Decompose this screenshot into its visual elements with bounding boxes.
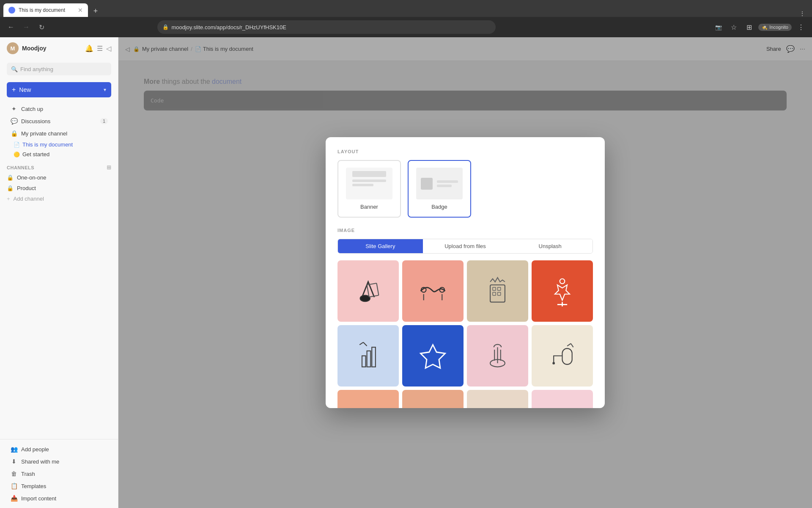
modal-overlay[interactable]: LAYOUT Banner (118, 37, 812, 508)
gallery-img-5 (350, 337, 387, 374)
get-started-icon: 🟡 (14, 152, 20, 157)
new-button-label: New (19, 86, 100, 93)
sidebar-trash-label: Trash (21, 471, 108, 477)
sidebar-templates-label: Templates (21, 483, 108, 489)
add-channel-icon[interactable]: ⊞ (107, 164, 112, 171)
sidebar-item-add-people[interactable]: 👥 Add people (3, 443, 115, 455)
split-view-icon[interactable]: ⊞ (743, 21, 755, 33)
tab-close-icon[interactable]: ✕ (78, 7, 83, 14)
gallery-item-12[interactable] (532, 390, 593, 408)
sidebar-catchup-label: Catch up (21, 106, 108, 112)
sidebar-item-private[interactable]: 🔒 My private channel (3, 127, 115, 139)
sidebar-doc-label-this: This is my document (22, 141, 73, 148)
gallery-item-3[interactable] (467, 260, 528, 322)
discussions-badge: 1 (100, 118, 108, 124)
sidebar-item-templates[interactable]: 📋 Templates (3, 480, 115, 492)
sidebar-collapse-icon[interactable]: ◁ (106, 44, 111, 52)
sidebar-item-import[interactable]: 📥 Import content (3, 492, 115, 504)
tab-bar: This is my document ✕ + ⋮ (0, 0, 812, 17)
sidebar-toggle-icon[interactable]: ☰ (97, 44, 103, 52)
doc-icon: 📄 (14, 142, 20, 148)
gallery-item-10[interactable] (402, 390, 464, 408)
new-button[interactable]: + New ▾ (7, 82, 111, 97)
catchup-icon: ✦ (10, 105, 18, 112)
gallery-item-9[interactable] (337, 390, 399, 408)
url-bar[interactable]: 🔒 moodjoy.slite.com/app/docs/r_DHzUYfHSK… (157, 20, 496, 34)
sidebar-doc-label-getstarted: Get started (22, 151, 49, 157)
badge-line-2 (437, 185, 452, 187)
slite-gallery-label: Slite Gallery (365, 243, 395, 249)
sidebar-item-catchup[interactable]: ✦ Catch up (3, 103, 115, 115)
discussions-icon: 💬 (10, 118, 18, 124)
forward-button[interactable]: → (20, 21, 32, 33)
layout-option-banner[interactable]: Banner (337, 160, 401, 218)
image-tabs: Slite Gallery Upload from files Unsplash (337, 239, 593, 254)
notifications-icon[interactable]: 🔔 (85, 44, 93, 52)
svg-point-15 (552, 362, 555, 364)
sidebar-doc-this-doc[interactable]: 📄 This is my document (0, 140, 118, 149)
sidebar: M Moodjoy 🔔 ☰ ◁ 🔍 Find anything + New ▾ … (0, 37, 118, 508)
star-icon[interactable]: ☆ (728, 21, 740, 33)
new-tab-button[interactable]: + (90, 5, 102, 17)
gallery-item-1[interactable] (337, 260, 399, 322)
active-tab[interactable]: This is my document ✕ (3, 3, 88, 17)
gallery-item-7[interactable] (467, 325, 528, 387)
svg-rect-6 (498, 287, 501, 290)
channels-title: Channels (7, 165, 34, 170)
sidebar-item-add-channel[interactable]: + Add channel (0, 193, 118, 204)
tab-bar-right: ⋮ (799, 10, 809, 17)
layout-option-badge[interactable]: Badge (408, 160, 471, 218)
gallery-img-10 (414, 402, 451, 408)
gallery-img-8 (544, 337, 581, 374)
sidebar-channel-one-on-one-label: One-on-one (17, 174, 46, 181)
tab-expand-icon[interactable]: ⋮ (799, 10, 805, 17)
sidebar-item-trash[interactable]: 🗑 Trash (3, 468, 115, 480)
url-text: moodjoy.slite.com/app/docs/r_DHzUYfHSK10… (171, 24, 491, 30)
tab-slite-gallery[interactable]: Slite Gallery (338, 239, 423, 253)
layout-options: Banner Badge (337, 160, 593, 218)
sidebar-doc-get-started[interactable]: 🟡 Get started (0, 149, 118, 159)
banner-text-line-2 (352, 184, 373, 186)
tab-title: This is my document (19, 7, 74, 13)
sidebar-import-label: Import content (21, 495, 108, 502)
browser-tab-bar: This is my document ✕ + ⋮ ← → ↻ 🔒 moodjo… (0, 0, 812, 37)
banner-text-lines (352, 179, 386, 186)
camera-icon[interactable]: 📷 (713, 21, 724, 33)
sidebar-bottom: 👥 Add people ⬇ Shared with me 🗑 Trash 📋 … (0, 439, 118, 508)
private-lock-icon: 🔒 (10, 130, 18, 137)
sidebar-channel-product-label: Product (17, 185, 36, 191)
gallery-img-7 (479, 337, 516, 374)
sidebar-discussions-label: Discussions (21, 118, 97, 124)
gallery-item-2[interactable] (402, 260, 464, 322)
incognito-badge: 🕵 Incognito (758, 24, 792, 31)
sidebar-item-one-on-one[interactable]: 🔒 One-on-one (0, 172, 118, 183)
sidebar-item-product[interactable]: 🔒 Product (0, 183, 118, 193)
tab-upload[interactable]: Upload from files (423, 239, 508, 253)
sidebar-item-discussions[interactable]: 💬 Discussions 1 (3, 115, 115, 127)
search-box[interactable]: 🔍 Find anything (7, 63, 111, 75)
workspace-name: Moodjoy (22, 45, 47, 52)
browser-menu-icon[interactable]: ⋮ (795, 21, 807, 33)
layout-section-title: LAYOUT (337, 149, 593, 154)
gallery-item-8[interactable] (532, 325, 593, 387)
svg-rect-11 (367, 351, 371, 367)
add-channel-plus-icon: + (7, 196, 10, 202)
gallery-item-6[interactable] (402, 325, 464, 387)
sidebar-private-label: My private channel (21, 130, 108, 137)
gallery-item-11[interactable] (467, 390, 528, 408)
channels-header: Channels ⊞ (0, 161, 118, 172)
tab-unsplash[interactable]: Unsplash (508, 239, 593, 253)
sidebar-item-shared[interactable]: ⬇ Shared with me (3, 456, 115, 467)
lock-icon: 🔒 (162, 24, 169, 30)
browser-right-icons: 📷 ☆ ⊞ 🕵 Incognito ⋮ (713, 21, 807, 33)
sidebar-add-people-label: Add people (21, 446, 108, 453)
gallery-item-5[interactable] (337, 325, 399, 387)
refresh-button[interactable]: ↻ (36, 21, 47, 33)
banner-text-line-1 (352, 179, 386, 182)
app-layout: M Moodjoy 🔔 ☰ ◁ 🔍 Find anything + New ▾ … (0, 37, 812, 508)
gallery-item-4[interactable] (532, 260, 593, 322)
back-button[interactable]: ← (5, 21, 17, 33)
svg-rect-5 (493, 287, 496, 290)
browser-chrome: This is my document ✕ + ⋮ ← → ↻ 🔒 moodjo… (0, 0, 812, 37)
gallery-img-4 (544, 273, 581, 309)
